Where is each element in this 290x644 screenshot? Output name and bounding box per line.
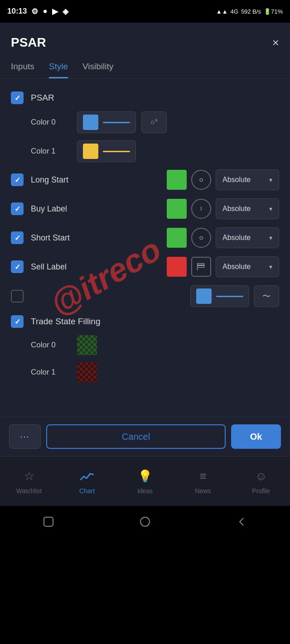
buy-label-checkbox[interactable] [11, 202, 24, 215]
psar-color0-swatch [83, 115, 98, 130]
buy-label-dropdown-arrow: ▾ [269, 205, 272, 212]
svg-rect-0 [44, 517, 53, 526]
psar-color1-label: Color 1 [31, 147, 72, 156]
sell-label-swatch[interactable] [167, 257, 187, 277]
status-bar: 10:13 ⚙ ● ▶ ◈ ▲▲ 4G 592 B/s 🔋71% [0, 0, 290, 23]
long-start-dropdown-arrow: ▾ [269, 176, 272, 183]
nav-chart[interactable]: Chart [64, 468, 110, 495]
circle-icon-shape: ○ [199, 176, 203, 184]
bottom-buttons-bar: ··· Cancel Ok [0, 417, 290, 456]
sell-label-label: Sell Label [31, 262, 160, 272]
short-start-row: Short Start ○ Absolute ▾ [11, 227, 279, 248]
psar-label: PSAR [31, 93, 54, 103]
psar-color1-line [103, 151, 130, 152]
nav-ideas-label: Ideas [137, 487, 153, 495]
circle-icon3-shape: ○ [199, 234, 203, 242]
psar-color1-swatch [83, 144, 98, 159]
back-button[interactable] [233, 514, 250, 530]
short-start-swatch[interactable] [167, 228, 187, 248]
youtube-icon: ▶ [52, 7, 58, 16]
wave-icon: 〜 [262, 291, 271, 302]
psar-checkbox[interactable] [11, 91, 24, 104]
android-nav [0, 506, 290, 538]
short-start-dropdown-arrow: ▾ [269, 234, 272, 241]
trade-state-label: Trade State Filling [31, 317, 100, 327]
close-button[interactable]: × [272, 36, 279, 50]
extra-wavy-icon[interactable]: 〜 [254, 285, 279, 307]
nav-watchlist[interactable]: ☆ Watchlist [6, 468, 52, 495]
long-start-dropdown[interactable]: Absolute ▾ [216, 169, 279, 190]
extra-color-line-box[interactable] [190, 285, 249, 307]
short-start-dropdown[interactable]: Absolute ▾ [216, 227, 279, 248]
buy-label-label: Buy Label [31, 204, 160, 214]
extra-row-controls: 〜 [190, 285, 279, 307]
cancel-button[interactable]: Cancel [46, 424, 226, 449]
profile-icon: ☺ [253, 468, 269, 485]
more-button[interactable]: ··· [9, 424, 41, 449]
dots-icon: ○° [150, 118, 158, 126]
nav-profile[interactable]: ☺ Profile [238, 468, 284, 495]
tab-inputs[interactable]: Inputs [11, 57, 34, 78]
ideas-icon: 💡 [137, 468, 153, 485]
trade-color1-row: Color 1 [31, 362, 279, 382]
network-icon: ▲▲ [216, 8, 228, 15]
long-start-controls: ○ Absolute ▾ [167, 169, 279, 190]
ok-button[interactable]: Ok [231, 424, 281, 449]
buy-label-controls: I Absolute ▾ [167, 198, 279, 219]
buy-label-swatch[interactable] [167, 199, 187, 219]
sell-label-dropdown-arrow: ▾ [269, 263, 272, 270]
trade-state-section-header: Trade State Filling [11, 315, 279, 328]
psar-color0-row: Color 0 ○° [31, 111, 279, 133]
news-icon: ≡ [195, 468, 211, 485]
trade-color1-swatch[interactable] [77, 362, 97, 382]
chart-icon [79, 468, 95, 485]
psar-color1-swatch-box[interactable] [77, 140, 136, 162]
buy-label-dropdown[interactable]: Absolute ▾ [216, 198, 279, 219]
nav-chart-label: Chart [79, 487, 95, 495]
buy-label-shape-icon[interactable]: I [191, 199, 211, 219]
sell-label-dropdown-value: Absolute [222, 263, 265, 271]
whatsapp-icon: ● [43, 7, 47, 16]
square-button[interactable] [40, 514, 57, 530]
short-start-checkbox[interactable] [11, 231, 24, 244]
extra-checkbox[interactable] [11, 290, 24, 303]
data-speed: 592 B/s [241, 8, 261, 15]
extra-icon: ◈ [63, 7, 68, 16]
battery-icon: 🔋71% [264, 8, 283, 15]
sell-label-dropdown[interactable]: Absolute ▾ [216, 256, 279, 277]
buy-label-row: Buy Label I Absolute ▾ [11, 198, 279, 219]
trade-color0-swatch[interactable] [77, 335, 97, 355]
nav-news[interactable]: ≡ News [180, 468, 226, 495]
nav-ideas[interactable]: 💡 Ideas [122, 468, 168, 495]
sell-label-arrow-icon[interactable]: ⛿ [191, 257, 211, 277]
trade-state-checkbox[interactable] [11, 315, 24, 328]
long-start-row: Long Start ○ Absolute ▾ [11, 169, 279, 190]
nav-news-label: News [195, 487, 211, 495]
settings-body: PSAR Color 0 ○° Color 1 [0, 79, 290, 417]
svg-point-1 [140, 517, 150, 526]
trade-color0-row: Color 0 [31, 335, 279, 355]
tab-style[interactable]: Style [49, 57, 68, 78]
watchlist-icon: ☆ [21, 468, 37, 485]
signal-bar: 4G [231, 8, 238, 15]
short-start-shape-icon[interactable]: ○ [191, 228, 211, 248]
psar-color0-line [103, 122, 130, 123]
sell-label-controls: ⛿ Absolute ▾ [167, 256, 279, 277]
dialog-title: PSAR [11, 35, 46, 50]
dialog-header: PSAR × [0, 23, 290, 57]
tab-visibility[interactable]: Visibility [82, 57, 113, 78]
bottom-nav: ☆ Watchlist Chart 💡 Ideas ≡ News ☺ Profi… [0, 456, 290, 506]
flag-icon: ⛿ [197, 262, 206, 272]
sell-label-checkbox[interactable] [11, 260, 24, 273]
psar-color0-swatch-box[interactable] [77, 111, 136, 133]
long-start-shape-icon[interactable]: ○ [191, 170, 211, 190]
trade-color0-label: Color 0 [31, 341, 72, 350]
nav-profile-label: Profile [252, 487, 270, 495]
psar-color0-label: Color 0 [31, 118, 72, 127]
psar-color0-shape[interactable]: ○° [141, 111, 167, 133]
home-button[interactable] [137, 514, 153, 530]
long-start-swatch[interactable] [167, 170, 187, 190]
nav-watchlist-label: Watchlist [16, 487, 42, 495]
extra-line [216, 296, 243, 297]
long-start-checkbox[interactable] [11, 173, 24, 186]
